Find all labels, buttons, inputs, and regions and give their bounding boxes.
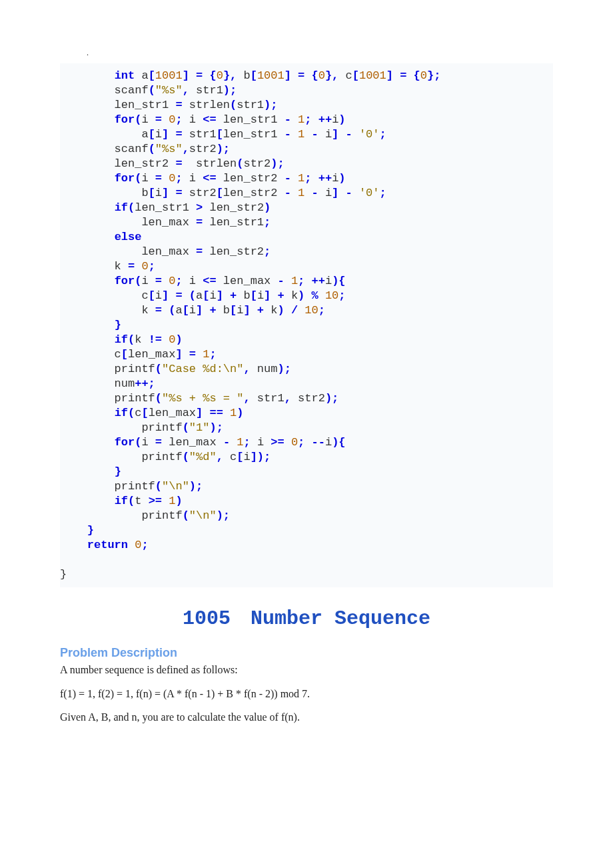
code-text <box>60 69 115 82</box>
problem-title: 1005 Number Sequence <box>60 607 553 630</box>
section-heading: Problem Description <box>60 646 553 660</box>
page-marker: . <box>87 48 553 58</box>
paragraph: A number sequence is defined as follows: <box>60 663 553 677</box>
paragraph: f(1) = 1, f(2) = 1, f(n) = (A * f(n - 1)… <box>60 687 553 701</box>
paragraph: Given A, B, and n, you are to calculate … <box>60 710 553 725</box>
code-block: int a[1001] = {0}, b[1001] = {0}, c[1001… <box>60 63 553 587</box>
page: . int a[1001] = {0}, b[1001] = {0}, c[10… <box>0 0 613 774</box>
